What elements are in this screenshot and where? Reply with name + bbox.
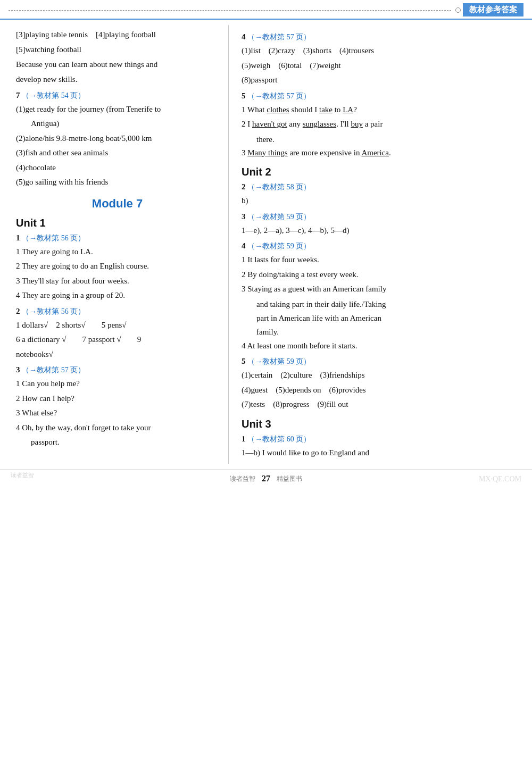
q1-u1-item-3: 3 They'll stay for about four weeks. (16, 274, 219, 288)
q4-u2-item-4: 4 At least one month before it starts. (242, 339, 522, 353)
q3-u1-item-4: 4 Oh, by the way, don't forget to take y… (16, 421, 219, 435)
q5-u2-row3: (7)tests (8)progress (9)fill out (242, 398, 522, 412)
q3-u2-ref: 3 （→教材第 59 页） (242, 212, 522, 222)
q1-u1-item-2: 2 They are going to do an English course… (16, 260, 219, 273)
initial-item-3: Because you can learn about new things a… (16, 57, 219, 71)
unit3-heading: Unit 3 (242, 418, 522, 430)
q3-u2-num: 3 (242, 212, 246, 221)
q5-u1-item-1: 1 What clothes should I take to LA? (242, 103, 522, 117)
q3-u1-item-2: 2 How can I help? (16, 392, 219, 406)
q5-u1-ref: 5 （→教材第 57 页） (242, 91, 522, 101)
q1-u3-ref: 1 （→教材第 60 页） (242, 435, 522, 444)
ul-clothes: clothes (267, 105, 289, 114)
q2-u1-inline: 1 dollars√ 2 shorts√ 5 pens√ (16, 319, 219, 332)
watermark-left: 读者益智 (11, 471, 34, 479)
q1-u3-answer: 1—b) I would like to go to England and (242, 446, 522, 460)
q5-u1-num: 5 (242, 91, 246, 100)
q1-u3-page-ref: （→教材第 60 页） (247, 435, 311, 443)
q3-u1-ref: 3 （→教材第 57 页） (16, 365, 219, 375)
q7-item-3: (3)fish and other sea animals (16, 146, 219, 160)
q3-u2-page-ref: （→教材第 59 页） (247, 213, 311, 221)
ul-take: take (319, 105, 332, 114)
footer-page: 27 (262, 474, 270, 483)
header-bar: 教材参考答案 (0, 0, 532, 20)
q5-u2-row2: (4)guest (5)depends on (6)provides (242, 383, 522, 397)
q2-u1-num: 2 (16, 307, 20, 315)
q7-item-4: (4)chocolate (16, 161, 219, 175)
q1-u1-num: 1 (16, 233, 20, 242)
q4-u2-num: 4 (242, 241, 246, 250)
q3-u1-num: 3 (16, 365, 20, 374)
q5-u1-item-2-cont: there. (256, 132, 522, 146)
q4-u2-item-3-cont3: family. (256, 325, 522, 339)
module7-heading: Module 7 (16, 197, 219, 211)
q1-u1-item-1: 1 They are going to LA. (16, 245, 219, 259)
q7-item-5: (5)go sailing with his friends (16, 176, 219, 189)
unit1-heading: Unit 1 (16, 217, 219, 229)
q4-u2-page-ref: （→教材第 59 页） (247, 242, 311, 250)
q2-u2-answer: b) (242, 194, 522, 208)
header-circle-icon (455, 7, 461, 13)
footer-right-text: 精益图书 (277, 474, 302, 483)
ul-havent: haven't got (252, 120, 287, 128)
q7-item-1-cont: Antigua) (31, 117, 219, 131)
q7-ref: 7 （→教材第 54 页） (16, 91, 219, 101)
right-column: 4 （→教材第 57 页） (1)list (2)crazy (3)shorts… (229, 25, 532, 464)
ul-many-things: Many things (247, 148, 287, 157)
q7-num: 7 (16, 91, 20, 99)
main-content: [3]playing table tennis [4]playing footb… (0, 20, 532, 469)
initial-item-2: [5]watching football (16, 43, 219, 57)
ul-buy: buy (351, 120, 363, 128)
initial-item-1: [3]playing table tennis [4]playing footb… (16, 28, 219, 42)
q5-u2-num: 5 (242, 357, 246, 365)
footer-left-text: 读者益智 (230, 474, 255, 483)
q4-u1-ref: 4 （→教材第 57 页） (242, 32, 522, 42)
q5-u2-row1: (1)certain (2)culture (3)friendships (242, 369, 522, 382)
ul-america: America (361, 148, 389, 157)
q7-item-1: (1)get ready for the journey (from Tener… (16, 103, 219, 116)
q2-u1-page-ref: （→教材第 56 页） (22, 307, 85, 315)
q3-u1-item-3: 3 What else? (16, 406, 219, 420)
q4-u1-num: 4 (242, 32, 246, 41)
q2-u1-inline2: 6 a dictionary √ 7 passport √ 9 (16, 333, 219, 347)
q5-u1-page-ref: （→教材第 57 页） (247, 92, 311, 100)
q3-u1-item-1: 1 Can you help me? (16, 377, 219, 391)
q4-u2-item-3: 3 Staying as a guest with an American fa… (242, 282, 522, 296)
q1-u3-num: 1 (242, 435, 246, 443)
header-title: 教材参考答案 (463, 3, 523, 16)
initial-item-3-cont: develop new skills. (16, 72, 219, 86)
q5-u1-item-3: 3 Many things are more expensive in Amer… (242, 146, 522, 160)
q3-u1-page-ref: （→教材第 57 页） (22, 366, 85, 374)
q1-u1-page-ref: （→教材第 56 页） (22, 234, 85, 242)
q2-u2-num: 2 (242, 182, 246, 191)
q7-item-2: (2)alone/his 9.8-metre-long boat/5,000 k… (16, 132, 219, 146)
watermark-right: MX·QE.COM (479, 475, 521, 483)
q4-u1-page-ref: （→教材第 57 页） (247, 33, 311, 41)
q5-u2-ref: 5 （→教材第 59 页） (242, 357, 522, 366)
q4-u2-item-2: 2 By doing/taking a test every week. (242, 268, 522, 282)
q2-u1-ref: 2 （→教材第 56 页） (16, 307, 219, 316)
q5-u1-item-2: 2 I haven't got any sunglasses. I'll buy… (242, 118, 522, 131)
ul-la: LA (343, 105, 353, 114)
q5-u2-page-ref: （→教材第 59 页） (247, 357, 311, 365)
q4-u2-ref: 4 （→教材第 59 页） (242, 241, 522, 251)
left-column: [3]playing table tennis [4]playing footb… (0, 25, 229, 464)
unit2-heading: Unit 2 (242, 166, 522, 178)
q2-u2-ref: 2 （→教材第 58 页） (242, 182, 522, 192)
footer: 读者益智 27 精益图书 读者益智 MX·QE.COM (0, 469, 532, 488)
q4-u1-row1: (1)list (2)crazy (3)shorts (4)trousers (242, 44, 522, 58)
header-dot-line (9, 10, 451, 11)
q4-u2-item-3-cont2: part in American life with an American (256, 311, 522, 325)
q1-u1-ref: 1 （→教材第 56 页） (16, 233, 219, 243)
q1-u1-item-4: 4 They are going in a group of 20. (16, 289, 219, 303)
q7-page-ref: （→教材第 54 页） (22, 91, 85, 99)
q4-u2-item-1: 1 It lasts for four weeks. (242, 253, 522, 267)
q2-u2-page-ref: （→教材第 58 页） (247, 183, 311, 191)
q3-u1-item-4-cont: passport. (31, 436, 219, 449)
q4-u1-row3: (8)passport (242, 73, 522, 87)
q2-u1-inline3: notebooks√ (16, 348, 219, 362)
ul-sunglasses: sunglasses (303, 120, 336, 128)
q4-u2-item-3-cont1: and taking part in their daily life./Tak… (256, 297, 522, 311)
q3-u2-answer: 1—e), 2—a), 3—c), 4—b), 5—d) (242, 224, 522, 238)
q4-u1-row2: (5)weigh (6)total (7)weight (242, 59, 522, 73)
